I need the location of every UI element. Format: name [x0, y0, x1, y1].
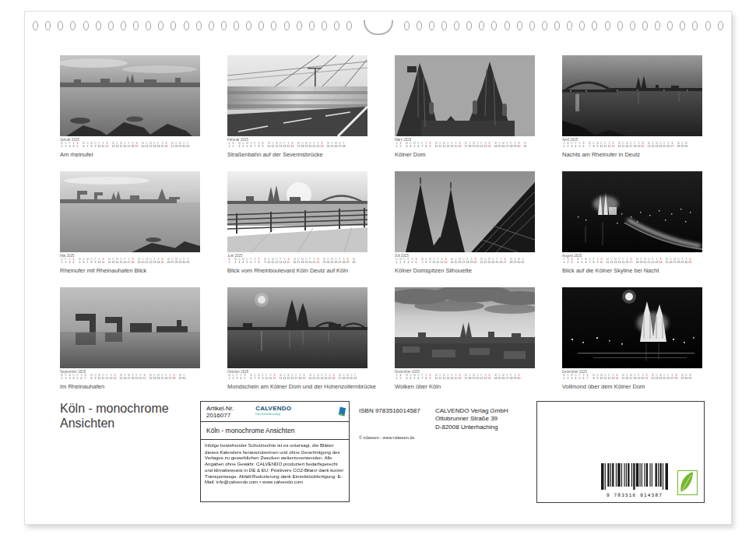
month-days: M1D2M3D4F5S6S7M8D9M10D11F12S13S14M15D16M… [562, 374, 702, 379]
month-cell-august: August 2025 F1S2S3M4D5M6D7F8S9S10M11D12M… [562, 171, 702, 274]
month-cell-april: April 2025 D1M2D3F4S5S6M7D8M9D10F11S12S1… [562, 55, 702, 158]
photo-vollmond-dom [562, 287, 702, 368]
month-days: S1S2M3D4M5D6F7S8S9M10D11M12D13F14S15S16M… [395, 142, 535, 147]
mini-calendar: Oktober 2025 M1D2F3S4S5M6D7M8D9F10S11S12… [227, 370, 367, 382]
binding-ring [171, 21, 176, 30]
month-caption: Am rheinufer [60, 151, 200, 158]
month-days: M1D2F3S4S5M6D7M8D9F10S11S12M13D14M15D16F… [227, 374, 367, 379]
month-cell-maerz: März 2025 S1S2M3D4M5D6F7S8S9M10D11M12D13… [395, 55, 535, 158]
month-cell-oktober: Oktober 2025 M1D2F3S4S5M6D7M8D9F10S11S12… [227, 287, 367, 390]
month-days: D1M2D3F4S5S6M7D8M9D10F11S12S13M14D15M16D… [395, 258, 535, 263]
binding-ring [505, 21, 510, 30]
month-label: Oktober 2025 [227, 370, 367, 374]
product-info-table: Artikel-Nr. 2016077 CALVENDO Dein Kalend… [200, 401, 705, 503]
month-caption: Straßenbahn auf der Severinsbrücke [227, 151, 367, 158]
binding-ring [680, 21, 685, 30]
calendar-sheet: Januar 2025 M1D2F3S4S5M6D7M8D9F10S11S12M… [24, 11, 732, 525]
eco-logo: eco [677, 470, 698, 495]
binding-ring [705, 21, 711, 30]
calvendo-logo-tagline-wrap: Dein Kalenderverlag [255, 412, 304, 419]
month-caption: Im Rheinauhafen [60, 383, 200, 390]
month-days: D1M2D3F4S5S6M7D8M9D10F11S12S13M14D15M16D… [562, 142, 702, 147]
binding-ring [542, 21, 547, 30]
month-days: M1D2F3S4S5M6D7M8D9F10S11S12M13D14M15D16F… [60, 142, 200, 147]
barcode: 9 783516 014587 [601, 463, 668, 498]
binding-ring [209, 21, 214, 30]
mini-calendar: Dezember 2025 M1D2M3D4F5S6S7M8D9M10D11F1… [562, 370, 702, 382]
binding-ring [121, 21, 126, 30]
publisher-street: Ottobrunner Straße 39 [435, 415, 508, 423]
month-days: M1D2M3D4F5S6S7M8D9M10D11F12S13S14M15D16M… [60, 374, 200, 379]
photo-strassenbahn-severinsbruecke [227, 55, 367, 136]
binding-ring [284, 21, 290, 30]
legal-text: Infolge bestehender Schutzrechte ist es … [205, 443, 345, 486]
binding-ring [529, 21, 535, 30]
month-label: Februar 2025 [227, 138, 367, 142]
product-title: Köln - monochrome Ansichten [206, 427, 294, 434]
binding-ring [346, 21, 352, 30]
binding-ring [429, 21, 434, 30]
binding-ring [309, 21, 315, 30]
month-cell-september: September 2025 M1D2M3D4F5S6S7M8D9M10D11F… [60, 287, 200, 390]
binding-ring [196, 21, 202, 30]
binding-ring [158, 21, 164, 30]
calvendo-logo-tagline: Dein Kalenderverlag [255, 413, 280, 416]
month-cell-juni: Juni 2025 S1M2D3M4D5F6S7S8M9D10M11D12F13… [227, 171, 367, 274]
month-caption: Blick auf die Kölner Skyline bei Nacht [562, 267, 702, 274]
month-label: August 2025 [562, 254, 702, 258]
month-caption: Mondschein am Kölner Dom und der Hohenzo… [227, 383, 367, 390]
binding-ring [234, 21, 239, 30]
photo-wolken-ueber-koeln [395, 287, 535, 368]
mini-calendar: September 2025 M1D2M3D4F5S6S7M8D9M10D11F… [60, 370, 200, 382]
month-caption: Nachts am Rheinufer in Deutz [562, 151, 702, 158]
month-caption: Kölner Dom [395, 151, 535, 158]
binding-ring [58, 21, 63, 30]
binding-ring [454, 21, 459, 30]
publisher-address: CALVENDO Verlag GmbH Ottobrunner Straße … [435, 407, 508, 431]
binding-ring [579, 21, 585, 30]
month-cell-november: November 2025 S1S2M3D4M5D6F7S8S9M10D11M1… [395, 287, 535, 390]
month-label: November 2025 [395, 370, 535, 374]
binding-ring [246, 21, 251, 30]
month-cell-februar: Februar 2025 S1S2M3D4M5D6F7S8S9M10D11M12… [227, 55, 367, 158]
binding-ring [334, 21, 339, 30]
photo-nachts-rheinufer-deutz [562, 55, 702, 136]
binding-ring [133, 21, 139, 30]
month-cell-mai: Mai 2025 D1F2S3S4M5D6M7D8F9S10S11M12D13M… [60, 171, 200, 274]
isbn-text: ISBN 9783516014587 [359, 407, 420, 414]
binding-ring [466, 21, 472, 30]
mini-calendar: Juni 2025 S1M2D3M4D5F6S7S8M9D10M11D12F13… [227, 254, 367, 265]
eco-label: eco [681, 490, 687, 494]
month-caption: Blick vom Rheinboulevard Köln Deutz auf … [227, 267, 367, 274]
photo-mondschein-dom-bruecke [227, 287, 367, 368]
spiral-binding [33, 21, 723, 35]
month-label: Januar 2025 [60, 138, 200, 142]
binding-ring [70, 21, 76, 30]
month-cell-juli: Juli 2025 D1M2D3F4S5S6M7D8M9D10F11S12S13… [395, 171, 535, 274]
binding-ring [96, 21, 101, 30]
barcode-box: 9 783516 014587 eco [536, 401, 705, 503]
month-caption: Rheinufer mit Rheinauhafen Blick [60, 267, 200, 274]
binding-ring [630, 21, 635, 30]
calendar-title-line2: Ansichten [60, 416, 169, 431]
binding-ring [417, 21, 422, 30]
binding-ring [108, 21, 114, 30]
month-cell-dezember: Dezember 2025 M1D2M3D4F5S6S7M8D9M10D11F1… [562, 287, 702, 390]
photo-domspitzen-silhouette [395, 171, 535, 252]
photo-skyline-nacht [562, 171, 702, 252]
mini-calendar: Juli 2025 D1M2D3F4S5S6M7D8M9D10F11S12S13… [395, 254, 535, 265]
binding-ring [642, 21, 648, 30]
barcode-bars [601, 463, 668, 491]
mini-calendar: Januar 2025 M1D2F3S4S5M6D7M8D9F10S11S12M… [60, 138, 200, 149]
binding-ring [271, 21, 276, 30]
month-label: September 2025 [60, 370, 200, 374]
product-info-left-column: Artikel-Nr. 2016077 CALVENDO Dein Kalend… [200, 401, 350, 502]
month-cell-januar: Januar 2025 M1D2F3S4S5M6D7M8D9F10S11S12M… [60, 55, 200, 158]
month-label: Dezember 2025 [562, 370, 702, 374]
mini-calendar: Mai 2025 D1F2S3S4M5D6M7D8F9S10S11M12D13M… [60, 254, 200, 265]
mini-calendar: November 2025 S1S2M3D4M5D6F7S8S9M10D11M1… [395, 370, 535, 382]
product-title-box: Köln - monochrome Ansichten [200, 421, 350, 440]
binding-ring [491, 21, 497, 30]
binding-ring [322, 21, 327, 30]
month-caption: Kölner Domspitzen Silhouette [395, 267, 535, 274]
